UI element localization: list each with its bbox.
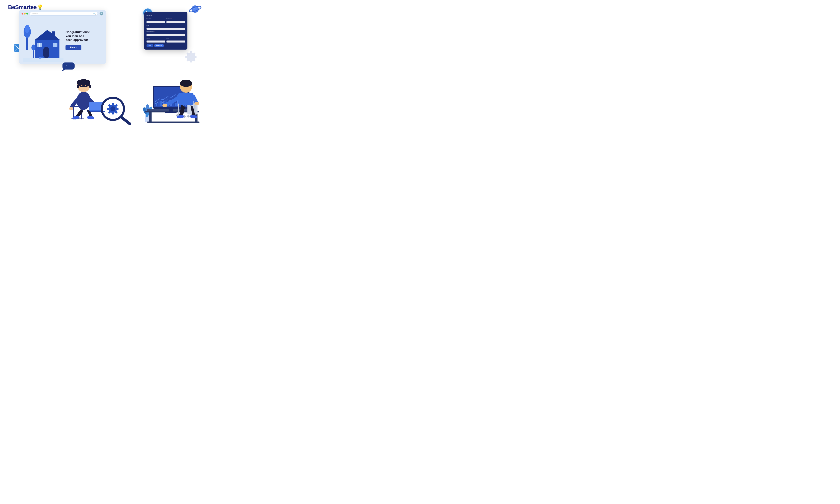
settings-icon[interactable]: ⚙️ — [100, 12, 103, 16]
svg-rect-91 — [178, 105, 179, 115]
svg-rect-52 — [112, 103, 114, 105]
svg-line-60 — [121, 117, 130, 124]
first-name-field: First Name — [146, 18, 165, 23]
svg-rect-68 — [149, 112, 151, 123]
planet-icon — [187, 3, 201, 15]
last-name-label: Last Name * — [166, 18, 185, 19]
svg-rect-81 — [175, 103, 177, 106]
dot-green — [26, 13, 28, 15]
dot-red — [21, 13, 23, 15]
svg-rect-39 — [89, 85, 91, 88]
contact-number-input[interactable] — [146, 34, 185, 36]
svg-text:···: ··· — [65, 64, 69, 68]
form-row-name: First Name Last Name * — [146, 18, 185, 23]
svg-rect-100 — [178, 93, 194, 105]
form-dot-3 — [150, 15, 152, 16]
form-dot-2 — [148, 15, 150, 16]
save-button[interactable]: Save — [146, 44, 154, 47]
svg-rect-54 — [117, 108, 119, 110]
browser-search-bar[interactable]: Search 🔍 — [30, 12, 98, 16]
continue-button[interactable]: Continue — [154, 44, 164, 47]
svg-rect-45 — [89, 102, 102, 110]
svg-rect-53 — [112, 112, 114, 114]
svg-rect-70 — [147, 122, 199, 123]
main-scene: ··· — [0, 59, 210, 126]
first-name-input[interactable] — [146, 21, 165, 23]
browser-content-area: Congratulations! You loan has been appro… — [19, 18, 106, 63]
svg-point-104 — [195, 102, 199, 105]
svg-rect-74 — [158, 102, 160, 106]
svg-point-42 — [69, 107, 73, 110]
form-row-address: Address State — [146, 37, 185, 43]
svg-point-41 — [85, 85, 86, 86]
first-name-label: First Name — [146, 18, 165, 19]
svg-point-28 — [62, 70, 63, 71]
address-input[interactable] — [146, 40, 165, 42]
svg-point-103 — [162, 104, 167, 107]
svg-rect-13 — [52, 32, 55, 37]
email-field: Email * — [146, 24, 185, 30]
svg-point-96 — [187, 115, 190, 118]
address-field: Address — [146, 37, 165, 43]
finish-button[interactable]: Finish — [66, 45, 82, 50]
search-icon: 🔍 — [93, 13, 95, 15]
state-label: State — [166, 37, 185, 39]
browser-toolbar: Search 🔍 ⚙️ — [19, 10, 106, 18]
email-input[interactable] — [146, 28, 185, 30]
congrats-text: Congratulations! You loan has been appro… — [66, 30, 102, 42]
last-name-field: Last Name * — [166, 18, 185, 23]
contact-number-field: Contact Number * — [146, 31, 185, 36]
svg-rect-14 — [43, 47, 49, 58]
dot-yellow — [24, 13, 25, 15]
browser-window: Search 🔍 ⚙️ — [19, 10, 106, 64]
contact-number-label: Contact Number * — [146, 31, 185, 32]
house-illustration — [23, 18, 64, 63]
svg-point-48 — [87, 116, 94, 120]
svg-rect-75 — [160, 101, 162, 106]
logo-bulb-icon: 💡 — [37, 4, 43, 10]
address-label: Address — [146, 37, 165, 39]
last-name-input[interactable] — [166, 21, 185, 23]
search-placeholder-text: Search — [32, 13, 92, 15]
form-dot-1 — [146, 15, 148, 16]
state-field: State — [166, 37, 185, 43]
svg-point-40 — [81, 85, 83, 86]
svg-marker-12 — [34, 30, 60, 40]
form-actions: Save Continue — [146, 44, 185, 47]
svg-point-10 — [25, 25, 30, 33]
svg-point-51 — [110, 106, 115, 111]
form-card: First Name Last Name * Email * Contact N… — [144, 12, 187, 50]
form-row-email: Email * — [146, 24, 185, 30]
browser-traffic-lights — [21, 13, 28, 15]
form-card-dots — [146, 15, 185, 16]
congratulations-panel: Congratulations! You loan has been appro… — [64, 30, 102, 50]
svg-rect-38 — [77, 85, 79, 88]
state-input[interactable] — [166, 40, 185, 42]
svg-rect-88 — [165, 112, 177, 113]
svg-rect-73 — [156, 103, 157, 106]
svg-rect-55 — [107, 108, 109, 110]
email-label: Email * — [146, 24, 185, 26]
svg-point-102 — [180, 79, 192, 87]
form-row-contact: Contact Number * — [146, 31, 185, 36]
svg-point-22 — [32, 44, 35, 51]
